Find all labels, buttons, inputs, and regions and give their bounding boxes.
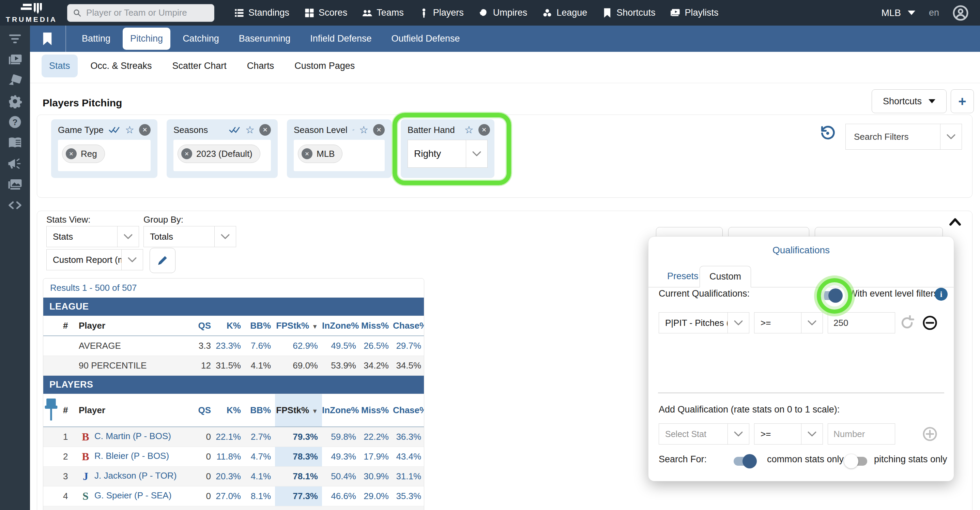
tab-presets[interactable]: Presets <box>667 271 698 282</box>
tab-custom[interactable]: Custom <box>700 266 751 287</box>
tab-stats[interactable]: Stats <box>41 54 78 77</box>
pin-column-header[interactable] <box>43 394 63 427</box>
col-player[interactable]: Player <box>79 316 191 336</box>
qualification-stat-select[interactable]: P|PIT - Pitches (... <box>659 312 749 333</box>
remove-chip-icon[interactable]: ✕ <box>66 148 77 159</box>
col-qs[interactable]: QS <box>191 316 215 336</box>
tab-infield-defense[interactable]: Infield Defense <box>302 28 379 50</box>
pin-cell[interactable] <box>43 427 63 447</box>
tab-custom-pages[interactable]: Custom Pages <box>287 54 362 77</box>
embed-code-icon[interactable] <box>8 198 22 212</box>
global-search[interactable] <box>67 4 214 22</box>
pin-cell[interactable] <box>43 467 63 486</box>
filter-chip[interactable]: ✕MLB <box>298 145 342 163</box>
col-chase[interactable]: Chase% <box>393 316 424 336</box>
add-stat-select[interactable]: Select Stat <box>659 423 749 445</box>
col-rank[interactable]: # <box>63 316 79 336</box>
report-select[interactable]: Custom Report (me) <box>46 249 143 270</box>
filter-history-icon[interactable] <box>820 126 835 141</box>
nav-standings[interactable]: Standings <box>234 8 289 18</box>
favorite-star-icon[interactable]: ☆ <box>125 126 134 134</box>
col-chase[interactable]: Chase% <box>393 394 424 427</box>
col-rank[interactable]: # <box>63 394 79 427</box>
league-selector[interactable]: MLB <box>881 8 915 18</box>
nav-umpires[interactable]: Umpires <box>479 8 528 18</box>
filter-chip[interactable]: ✕Reg <box>62 145 105 163</box>
favorite-star-icon[interactable]: ☆ <box>359 126 368 134</box>
col-k[interactable]: K% <box>215 394 245 427</box>
remove-chip-icon[interactable]: ✕ <box>181 148 192 159</box>
pitching-stats-toggle[interactable] <box>845 457 867 466</box>
shortcuts-dropdown-button[interactable]: Shortcuts <box>872 89 947 113</box>
glossary-icon[interactable] <box>8 135 22 150</box>
col-fpstk[interactable]: FPStk%▼ <box>275 316 322 336</box>
nav-players[interactable]: Players <box>419 8 464 18</box>
pin-cell[interactable] <box>43 447 63 467</box>
nav-playlists[interactable]: Playlists <box>670 8 718 18</box>
player-link[interactable]: G. Speier (P - SEA) <box>94 490 172 500</box>
results-count[interactable]: Results 1 - 500 of 507 <box>43 279 424 297</box>
add-qualification-icon[interactable] <box>923 427 937 441</box>
gear-icon[interactable] <box>8 94 22 108</box>
tab-baserunning[interactable]: Baserunning <box>231 28 298 50</box>
collapse-report-icon[interactable] <box>949 218 961 226</box>
favorite-star-icon[interactable]: ☆ <box>465 126 474 134</box>
select-all-icon[interactable] <box>229 126 240 134</box>
add-value-input[interactable] <box>828 423 895 445</box>
col-k[interactable]: K% <box>215 316 245 336</box>
video-playlists-icon[interactable] <box>8 53 22 67</box>
remove-filter-icon[interactable]: ✕ <box>373 124 385 135</box>
announcements-icon[interactable] <box>8 156 22 171</box>
nav-teams[interactable]: Teams <box>362 8 404 18</box>
qualification-value-input[interactable] <box>828 312 895 333</box>
help-icon[interactable]: ? <box>8 115 22 129</box>
refresh-icon[interactable] <box>900 316 915 330</box>
player-link[interactable]: J. Jackson (P - TOR) <box>94 470 177 481</box>
nav-league[interactable]: League <box>542 8 587 18</box>
tab-catching[interactable]: Catching <box>175 28 227 50</box>
tab-pitching[interactable]: Pitching <box>123 28 170 50</box>
batter-hand-select[interactable]: Righty <box>407 140 488 168</box>
group-by-select[interactable]: Totals <box>143 226 236 247</box>
select-all-icon[interactable] <box>352 126 355 134</box>
add-operator-select[interactable]: >= <box>754 423 823 445</box>
col-player[interactable]: Player <box>79 394 191 427</box>
common-stats-toggle[interactable] <box>733 457 756 466</box>
remove-filter-icon[interactable]: ✕ <box>259 124 271 135</box>
col-bb[interactable]: BB% <box>245 316 275 336</box>
tab-scatter-chart[interactable]: Scatter Chart <box>165 54 234 77</box>
media-gallery-icon[interactable] <box>8 177 22 191</box>
col-fpstk[interactable]: FPStk%▼ <box>275 394 322 427</box>
bookmark-page-icon[interactable] <box>41 32 53 46</box>
filter-chip[interactable]: ✕2023 (Default) <box>178 145 260 163</box>
account-icon[interactable] <box>953 5 969 21</box>
stats-view-select[interactable]: Stats <box>46 226 139 247</box>
tab-outfield-defense[interactable]: Outfield Defense <box>384 28 467 50</box>
col-inzone[interactable]: InZone% <box>322 394 360 427</box>
col-bb[interactable]: BB% <box>245 394 275 427</box>
tab-occ-streaks[interactable]: Occ. & Streaks <box>83 54 159 77</box>
nav-shortcuts[interactable]: Shortcuts <box>602 8 655 18</box>
tab-charts[interactable]: Charts <box>240 54 282 77</box>
language-selector[interactable]: en <box>929 8 939 18</box>
event-level-filters-toggle[interactable] <box>819 291 841 300</box>
col-miss[interactable]: Miss% <box>360 394 393 427</box>
remove-chip-icon[interactable]: ✕ <box>302 148 312 159</box>
edit-report-button[interactable] <box>150 248 175 273</box>
info-icon[interactable]: i <box>935 288 948 301</box>
remove-filter-icon[interactable]: ✕ <box>139 124 151 135</box>
favorite-star-icon[interactable]: ☆ <box>245 126 255 134</box>
select-all-icon[interactable] <box>109 126 120 134</box>
search-filters-dropdown[interactable]: Search Filters <box>845 124 962 150</box>
remove-filter-icon[interactable]: ✕ <box>479 124 490 135</box>
col-miss[interactable]: Miss% <box>360 316 393 336</box>
spray-charts-icon[interactable] <box>8 73 22 88</box>
qualification-operator-select[interactable]: >= <box>754 312 823 333</box>
player-link[interactable]: C. Martin (P - BOS) <box>94 431 171 441</box>
col-qs[interactable]: QS <box>191 394 215 427</box>
tab-batting[interactable]: Batting <box>74 28 118 50</box>
filter-icon[interactable] <box>8 32 22 46</box>
player-link[interactable]: R. Bleier (P - BOS) <box>94 451 169 461</box>
search-input[interactable] <box>86 7 208 18</box>
col-inzone[interactable]: InZone% <box>322 316 360 336</box>
